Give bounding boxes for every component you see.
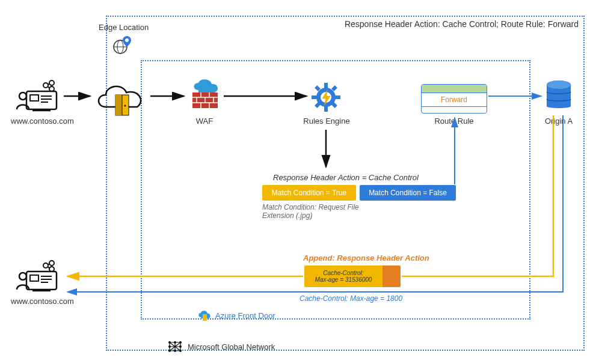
svg-point-19	[124, 105, 126, 107]
svg-point-50	[49, 261, 54, 265]
svg-point-12	[49, 80, 54, 85]
append-title: Append: Response Header Action	[303, 253, 429, 262]
svg-point-62	[179, 350, 182, 352]
match-condition-note: Match Condition: Request File Extension …	[262, 203, 376, 220]
svg-point-55	[168, 341, 171, 344]
svg-point-48	[19, 273, 26, 280]
match-false-pill: Match Condition = False	[360, 185, 456, 201]
waf-label: WAF	[188, 117, 221, 126]
append-cache-values: Cache-Control: Max-age = 31536000	[304, 265, 383, 287]
rules-engine-icon	[310, 82, 342, 115]
blue-cache-label: Cache-Control: Max-age = 1800	[300, 294, 402, 303]
append-box: Cache-Control: Max-age = 31536000	[304, 265, 401, 287]
svg-line-15	[48, 86, 50, 88]
route-rule-top	[422, 85, 487, 93]
svg-point-56	[174, 341, 176, 344]
svg-point-58	[168, 345, 171, 348]
origin-label: Origin A	[541, 117, 576, 126]
route-rule-label: Route Rule	[421, 117, 487, 126]
svg-point-59	[179, 345, 182, 348]
route-rule-box: Forward	[421, 84, 487, 114]
svg-rect-33	[312, 96, 318, 99]
svg-rect-32	[324, 106, 328, 112]
svg-point-41	[547, 80, 571, 89]
svg-point-57	[179, 341, 182, 344]
svg-point-10	[19, 93, 26, 100]
append-action-block	[383, 265, 401, 287]
waf-icon	[186, 79, 223, 115]
mgn-badge: Microsoft Global Network	[167, 340, 275, 353]
svg-rect-34	[334, 96, 340, 99]
client-icon-bottom	[14, 258, 63, 297]
front-door-icon	[90, 79, 150, 124]
match-true-pill: Match Condition = True	[262, 185, 356, 201]
svg-rect-43	[30, 275, 38, 281]
client-label-top: www.contoso.com	[11, 117, 71, 126]
route-rule-bottom	[422, 107, 487, 113]
svg-point-60	[168, 350, 171, 352]
origin-database-icon	[544, 79, 574, 115]
afd-label: Azure Front Door	[215, 311, 275, 320]
svg-line-53	[48, 267, 50, 268]
response-header-action-text: Response Header Action = Cache Control	[273, 173, 419, 182]
afd-badge: Azure Front Door	[197, 309, 275, 322]
svg-point-61	[174, 350, 176, 352]
client-icon-top	[14, 78, 63, 117]
network-mesh-icon	[167, 340, 183, 353]
globe-pin-icon	[112, 34, 134, 58]
client-label-bottom: www.contoso.com	[11, 297, 71, 306]
mgn-label: Microsoft Global Network	[188, 342, 275, 351]
svg-rect-5	[30, 95, 38, 101]
svg-rect-17	[115, 95, 122, 115]
svg-rect-54	[203, 314, 207, 321]
front-door-small-icon	[197, 309, 212, 322]
diagram-title: Response Header Action: Cache Control; R…	[345, 19, 579, 29]
edge-location-label: Edge Location	[99, 22, 149, 32]
route-rule-forward: Forward	[422, 93, 487, 107]
svg-rect-31	[324, 83, 328, 89]
svg-point-3	[125, 38, 129, 42]
rules-engine-label: Rules Engine	[301, 117, 352, 126]
